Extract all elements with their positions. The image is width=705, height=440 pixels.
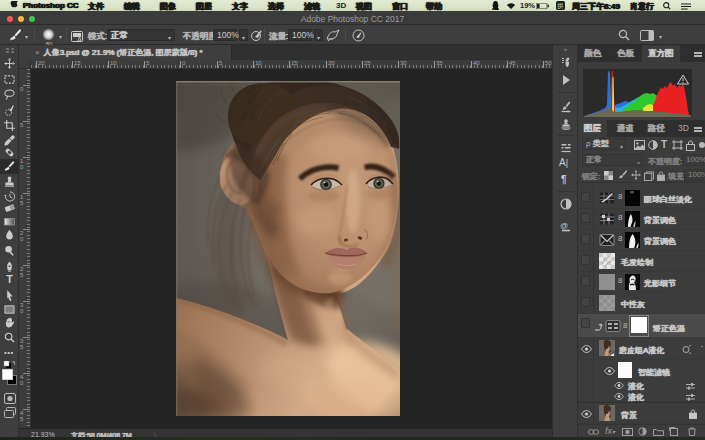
svg-text:拼: 拼 xyxy=(557,2,564,9)
svg-text:@: @ xyxy=(560,221,568,230)
